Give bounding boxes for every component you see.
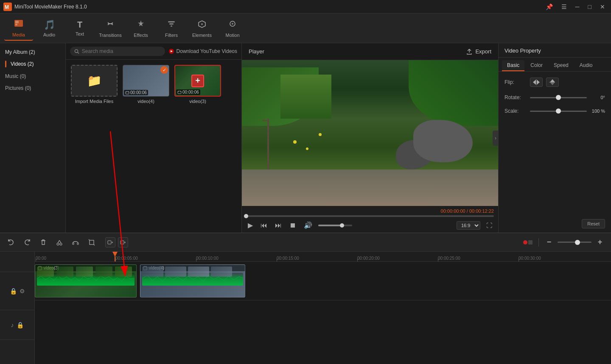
- clip-video4[interactable]: video(4): [140, 264, 245, 297]
- toolbar-filters[interactable]: Filters: [157, 16, 186, 41]
- export-button[interactable]: Export: [466, 48, 491, 55]
- flip-horizontal-button[interactable]: [530, 78, 543, 87]
- active-indicator: [5, 61, 6, 67]
- sidebar-header: My Album (2): [0, 47, 65, 58]
- volume-button[interactable]: 🔊: [302, 220, 314, 230]
- audio-track: [35, 300, 611, 330]
- video3-thumb[interactable]: 00:00:06 +: [174, 65, 221, 97]
- reset-button[interactable]: Reset: [582, 219, 605, 228]
- tab-speed[interactable]: Speed: [549, 60, 574, 71]
- svg-rect-5: [168, 21, 175, 22]
- video3-item[interactable]: 00:00:06 + video(3): [174, 65, 221, 104]
- redo-button[interactable]: [20, 236, 34, 248]
- player-progress[interactable]: [246, 215, 494, 217]
- stop-button[interactable]: ⏹: [288, 221, 298, 230]
- collapse-panel-button[interactable]: ›: [493, 131, 499, 146]
- add-audio-track-button[interactable]: [118, 237, 128, 247]
- menu-icon[interactable]: ☰: [559, 3, 569, 11]
- toolbar-text[interactable]: T Text: [65, 16, 94, 41]
- timeline-ruler: 00:00 00:00:05:00 00:00:10:00 00:00:15:0…: [35, 252, 611, 262]
- media-label: Media: [12, 32, 25, 37]
- zoom-in-button[interactable]: +: [593, 236, 607, 248]
- video3-add-button[interactable]: +: [191, 75, 204, 87]
- play-button[interactable]: ▶: [246, 220, 255, 230]
- video-track-settings-icon[interactable]: ⚙: [20, 288, 25, 295]
- delete-icon: [40, 239, 47, 246]
- pole-crossbar: [262, 120, 269, 121]
- add-video-track-button[interactable]: [105, 237, 115, 247]
- clip-thumb-4: [95, 267, 112, 277]
- reset-area: Reset: [499, 215, 611, 233]
- crop-button[interactable]: [85, 236, 98, 248]
- toolbar-motion[interactable]: Motion: [218, 16, 247, 41]
- svg-rect-18: [128, 92, 129, 92]
- sidebar-item-videos[interactable]: Videos (2): [0, 58, 65, 70]
- download-youtube-button[interactable]: Download YouTube Videos: [168, 48, 237, 54]
- toolbar-audio[interactable]: 🎵 Audio: [35, 16, 64, 41]
- toolbar-media[interactable]: Media: [4, 16, 33, 41]
- import-media-item[interactable]: 📁 Import Media Files: [71, 65, 118, 104]
- toolbar-elements[interactable]: Elements: [188, 16, 216, 41]
- video-track-controls: 🔒 ⚙: [0, 272, 34, 310]
- volume-slider[interactable]: [318, 225, 352, 226]
- timeline-track-area[interactable]: 00:00 00:00:05:00 00:00:10:00 00:00:15:0…: [35, 252, 611, 364]
- video3-duration: 00:00:06: [182, 90, 199, 94]
- clip-thumb-5: [115, 267, 132, 277]
- clip-video3[interactable]: video(3): [35, 264, 137, 297]
- svg-rect-20: [178, 91, 179, 92]
- search-input[interactable]: [82, 48, 161, 54]
- rotate-slider[interactable]: [530, 97, 587, 98]
- import-thumb[interactable]: 📁: [71, 65, 118, 97]
- next-frame-button[interactable]: ⏭: [273, 221, 283, 230]
- motion-label: Motion: [225, 33, 239, 38]
- zoom-out-button[interactable]: −: [542, 236, 556, 248]
- tab-audio[interactable]: Audio: [575, 60, 598, 71]
- video-track-lock-icon[interactable]: 🔒: [10, 288, 17, 295]
- search-bar[interactable]: [70, 47, 165, 56]
- video4-thumb[interactable]: 00:00:06 ✓: [123, 65, 169, 97]
- svg-line-27: [59, 240, 61, 243]
- media-grid: 📁 Import Media Files 00:00:06: [66, 60, 241, 233]
- audio-label: Audio: [43, 32, 55, 37]
- title-bar: M MiniTool MovieMaker Free 8.1.0 📌 ☰ ─ □…: [0, 0, 611, 14]
- audio-track-lock-icon[interactable]: 🔒: [17, 322, 24, 328]
- fullscreen-button[interactable]: ⛶: [485, 221, 494, 230]
- media-icon: [14, 19, 24, 31]
- film-icon-small2: [177, 90, 182, 94]
- scale-slider[interactable]: [530, 111, 587, 112]
- maximize-button[interactable]: □: [586, 3, 594, 11]
- toolbar-transitions[interactable]: Transitions: [96, 16, 125, 41]
- delete-button[interactable]: [36, 236, 50, 248]
- cut-icon: [56, 239, 63, 246]
- flip-row: Flip:: [504, 78, 605, 87]
- toolbar-effects[interactable]: Effects: [126, 16, 155, 41]
- undo-button[interactable]: [4, 236, 18, 248]
- timeline-toolbar: − +: [0, 233, 611, 252]
- aspect-ratio-select[interactable]: 16:9 9:16 1:1 4:3: [457, 221, 480, 230]
- film-icon-small: [125, 91, 129, 95]
- video4-item[interactable]: 00:00:06 ✓ video(4): [123, 65, 169, 104]
- progress-thumb[interactable]: [244, 214, 248, 218]
- sidebar-item-pictures[interactable]: Pictures (0): [0, 82, 65, 94]
- ground: [242, 169, 498, 206]
- audio-detach-button[interactable]: [69, 236, 82, 248]
- minimize-button[interactable]: ─: [573, 3, 582, 11]
- pin-icon[interactable]: 📌: [543, 3, 555, 11]
- zoom-slider[interactable]: [558, 242, 591, 243]
- redo-icon: [23, 239, 31, 246]
- ruler-spacer: [0, 262, 34, 272]
- close-button[interactable]: ✕: [597, 3, 608, 11]
- headphone-icon: [72, 239, 79, 246]
- flip-vertical-button[interactable]: [546, 78, 559, 87]
- property-content: Flip:: [499, 72, 611, 120]
- tab-basic[interactable]: Basic: [502, 60, 524, 71]
- tab-color[interactable]: Color: [525, 60, 548, 71]
- window-controls: 📌 ☰ ─ □ ✕: [543, 3, 608, 11]
- sidebar-item-music[interactable]: Music (0): [0, 70, 65, 82]
- volume-thumb[interactable]: [340, 223, 344, 228]
- svg-line-26: [58, 240, 59, 243]
- prev-frame-button[interactable]: ⏮: [259, 221, 269, 230]
- scale-slider-wrap: 100 %: [530, 108, 605, 114]
- property-tabs: Basic Color Speed Audio: [499, 58, 611, 72]
- cut-button[interactable]: [53, 236, 66, 248]
